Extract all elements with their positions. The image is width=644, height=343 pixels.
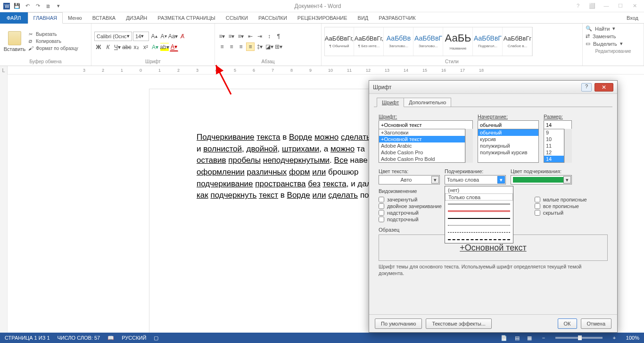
maximize-icon[interactable]: ☐ xyxy=(615,3,626,9)
list-item[interactable]: +Основной текст xyxy=(379,136,465,142)
undo-icon[interactable]: ↶ xyxy=(23,1,32,11)
size-listbox[interactable]: 910111214 xyxy=(544,129,564,163)
underline-option-dotted[interactable] xyxy=(445,222,513,229)
style-item[interactable]: АаБбВвГг,¶ Без инте... xyxy=(355,27,384,56)
shrink-font-icon[interactable]: A▾ xyxy=(159,32,168,41)
list-item[interactable]: +Заголовки xyxy=(379,129,465,136)
zoom-out-icon[interactable]: − xyxy=(539,335,548,341)
replace-button[interactable]: ⇄ Заменить xyxy=(586,33,641,39)
ok-button[interactable]: ОК xyxy=(558,318,577,329)
cut-button[interactable]: ✂Вырезать xyxy=(28,32,78,37)
list-item[interactable]: 10 xyxy=(544,136,564,142)
underline-option-single2[interactable] xyxy=(445,208,513,215)
dialog-close-icon[interactable]: ✕ xyxy=(594,83,613,92)
list-item[interactable]: 14 xyxy=(544,156,564,162)
size-input[interactable] xyxy=(544,120,572,129)
dialog-tab-advanced[interactable]: Дополнительно xyxy=(404,98,451,107)
decrease-indent-icon[interactable]: ⇤ xyxy=(246,32,255,41)
status-language[interactable]: РУССКИЙ xyxy=(122,335,146,341)
list-item[interactable]: 9 xyxy=(544,129,564,136)
font-size-combo[interactable]: 14 ▾ xyxy=(133,32,149,41)
underline-option-thick[interactable] xyxy=(445,215,513,222)
cancel-button[interactable]: Отмена xyxy=(581,318,611,329)
style-input[interactable] xyxy=(478,120,539,129)
status-page[interactable]: СТРАНИЦА 1 ИЗ 1 xyxy=(5,335,50,341)
line-spacing-icon[interactable]: ‡▾ xyxy=(256,42,264,51)
login-link[interactable]: Вход xyxy=(621,15,644,21)
ribbon-display-icon[interactable]: ⬜ xyxy=(586,3,598,9)
underline-option-words[interactable]: Только слова xyxy=(445,193,513,201)
font-listbox[interactable]: +Заголовки+Основной текстAdobe ArabicAdo… xyxy=(379,129,465,163)
underline-button[interactable]: Ч▾ xyxy=(113,43,122,51)
font-family-combo[interactable]: Calibri (Оснс ▾ xyxy=(94,32,132,41)
style-item[interactable]: АаБЬНазвание xyxy=(444,27,473,56)
tab-review[interactable]: РЕЦЕНЗИРОВАНИЕ xyxy=(292,12,353,24)
underline-style-combo[interactable]: Только слова▾ xyxy=(445,175,506,184)
effect-checkbox[interactable]: зачеркнутый xyxy=(379,197,452,202)
tab-developer[interactable]: РАЗРАБОТЧИК xyxy=(373,12,421,24)
justify-icon[interactable]: ≡ xyxy=(246,42,255,51)
list-item[interactable]: Adobe Caslon Pro xyxy=(379,149,465,156)
view-read-icon[interactable]: 📄 xyxy=(501,335,507,341)
style-listbox[interactable]: обычныйкурсивполужирныйполужирный курсив xyxy=(478,129,539,163)
list-item[interactable]: Adobe Arabic xyxy=(379,142,465,149)
strikethrough-button[interactable]: abc xyxy=(123,43,131,51)
underline-option-none[interactable]: (нет) xyxy=(445,186,513,193)
show-marks-icon[interactable]: ¶ xyxy=(274,32,283,41)
tab-insert[interactable]: ВСТАВКА xyxy=(87,12,121,24)
zoom-in-icon[interactable]: + xyxy=(610,335,619,341)
borders-icon[interactable]: ⊞▾ xyxy=(274,42,283,51)
superscript-button[interactable]: x² xyxy=(141,43,150,51)
copy-button[interactable]: ⧉Копировать xyxy=(28,39,78,44)
tab-mailings[interactable]: РАССЫЛКИ xyxy=(253,12,292,24)
tab-file[interactable]: ФАЙЛ xyxy=(0,12,28,24)
styles-gallery[interactable]: АаБбВвГг,¶ ОбычныйАаБбВвГг,¶ Без инте...… xyxy=(324,27,533,56)
macro-icon[interactable]: ▢ xyxy=(154,335,158,341)
tab-menu[interactable]: Меню xyxy=(63,12,87,24)
tab-layout[interactable]: РАЗМЕТКА СТРАНИЦЫ xyxy=(152,12,220,24)
tab-design[interactable]: ДИЗАЙН xyxy=(121,12,152,24)
underline-option-dashed[interactable] xyxy=(445,229,513,236)
multilevel-icon[interactable]: ≡▾ xyxy=(237,32,245,41)
view-web-icon[interactable]: ▦ xyxy=(527,335,532,341)
sort-icon[interactable]: ↕ xyxy=(265,32,273,41)
qat-more-icon[interactable]: ▾ xyxy=(54,1,63,11)
list-item[interactable]: полужирный курсив xyxy=(478,149,538,156)
list-item[interactable]: курсив xyxy=(478,136,538,142)
bold-button[interactable]: Ж xyxy=(94,43,103,51)
select-button[interactable]: ▭ Выделить ▾ xyxy=(586,41,641,47)
tab-home[interactable]: ГЛАВНАЯ xyxy=(28,12,63,24)
highlight-icon[interactable]: ab▾ xyxy=(160,43,169,51)
paste-button[interactable]: Вставить xyxy=(3,31,26,52)
dialog-help-icon[interactable]: ? xyxy=(581,83,592,92)
status-words[interactable]: ЧИСЛО СЛОВ: 57 xyxy=(58,335,100,341)
list-item[interactable]: Adobe Caslon Pro Bold xyxy=(379,156,465,162)
list-item[interactable]: 11 xyxy=(544,142,564,149)
underline-color-combo[interactable]: ▾ xyxy=(511,175,572,184)
save-icon[interactable]: 💾 xyxy=(12,1,22,11)
find-button[interactable]: 🔍 Найти ▾ xyxy=(586,25,641,32)
change-case-icon[interactable]: Aa▾ xyxy=(169,32,177,41)
vertical-ruler[interactable] xyxy=(0,75,8,333)
shading-icon[interactable]: ◪▾ xyxy=(265,42,273,51)
italic-button[interactable]: К xyxy=(104,43,112,51)
list-item[interactable]: полужирный xyxy=(478,142,538,149)
zoom-slider[interactable] xyxy=(555,337,603,339)
numbering-icon[interactable]: ≡▾ xyxy=(227,32,236,41)
effect-checkbox[interactable]: малые прописные xyxy=(535,197,608,202)
format-painter-button[interactable]: 🖌Формат по образцу xyxy=(28,46,78,51)
subscript-button[interactable]: x₂ xyxy=(132,43,140,51)
font-input[interactable] xyxy=(379,120,473,129)
underline-dropdown[interactable]: (нет) Только слова xyxy=(445,186,513,243)
list-item[interactable]: 12 xyxy=(544,149,564,156)
style-item[interactable]: АаБбВвЗаголово... xyxy=(384,27,413,56)
style-item[interactable]: АаБбВвГгСлабое в... xyxy=(503,27,532,56)
effect-checkbox[interactable]: подстрочный xyxy=(379,217,452,222)
bullets-icon[interactable]: ≡▾ xyxy=(218,32,226,41)
effect-checkbox[interactable]: надстрочный xyxy=(379,210,452,216)
default-button[interactable]: По умолчанию xyxy=(375,318,422,329)
align-center-icon[interactable]: ≡ xyxy=(227,42,236,51)
style-item[interactable]: АаБбВвГПодзагол... xyxy=(473,27,503,56)
increase-indent-icon[interactable]: ⇥ xyxy=(256,32,264,41)
font-scrollbar[interactable] xyxy=(465,129,473,163)
